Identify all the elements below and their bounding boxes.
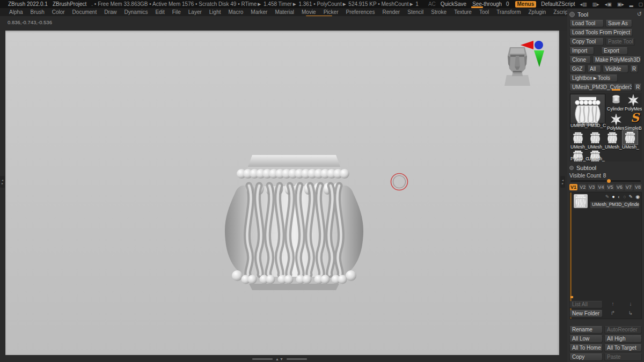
all-button[interactable]: All xyxy=(587,65,601,73)
load-tools-from-project-button[interactable]: Load Tools From Project xyxy=(569,29,633,36)
menu-texture[interactable]: Texture xyxy=(450,9,475,15)
export-button[interactable]: Export xyxy=(601,47,628,55)
tab-v6[interactable]: V6 xyxy=(616,184,624,190)
menu-layer[interactable]: Layer xyxy=(185,9,206,15)
tab-v3[interactable]: V3 xyxy=(588,184,596,190)
clone-button[interactable]: Clone xyxy=(569,56,591,64)
make-polymesh3d-button[interactable]: Make PolyMesh3D xyxy=(592,56,641,64)
menu-preferences[interactable]: Preferences xyxy=(342,9,378,15)
tool-item-vase-highlighted[interactable] xyxy=(622,130,638,145)
copy-tool-button[interactable]: Copy Tool xyxy=(569,38,604,46)
half-circle-icon[interactable]: ◐ xyxy=(618,194,620,200)
visible-count-slider[interactable] xyxy=(570,180,641,182)
new-folder-button[interactable]: New Folder xyxy=(569,310,603,317)
tab-v2[interactable]: V2 xyxy=(579,184,587,190)
tool-palette-header[interactable]: Tool ↺ xyxy=(569,10,642,18)
menu-alpha[interactable]: Alpha xyxy=(5,9,27,15)
refresh-icon[interactable]: ↺ xyxy=(637,11,642,18)
move-down-icon[interactable]: ↓ xyxy=(625,301,636,308)
menu-zplugin[interactable]: Zplugin xyxy=(525,9,550,15)
tab-v7[interactable]: V7 xyxy=(625,184,633,190)
menu-material[interactable]: Material xyxy=(271,9,298,15)
all-low-button[interactable]: All Low xyxy=(569,335,603,343)
tab-v8[interactable]: V8 xyxy=(634,184,642,190)
goz-button[interactable]: GoZ xyxy=(569,65,586,73)
menu-stroke[interactable]: Stroke xyxy=(427,9,450,15)
edit-pen-icon[interactable]: ✎ xyxy=(629,194,633,200)
load-tool-button[interactable]: Load Tool xyxy=(569,20,604,27)
tool-item-simplebrush[interactable]: S xyxy=(627,110,642,124)
menu-transform[interactable]: Transform xyxy=(493,9,524,15)
polypaint-brush-icon[interactable]: ✎ xyxy=(605,194,610,200)
gizmo-y-axis[interactable] xyxy=(534,50,544,67)
dock-window-left-icon[interactable]: ◂▣ xyxy=(605,2,612,7)
menu-light[interactable]: Light xyxy=(206,9,225,15)
viewport-canvas[interactable] xyxy=(5,31,559,355)
menu-edit[interactable]: Edit xyxy=(151,9,168,15)
minimize-icon[interactable]: ▂ xyxy=(630,2,633,7)
menu-macro[interactable]: Macro xyxy=(225,9,247,15)
tab-v4[interactable]: V4 xyxy=(597,184,605,190)
subtool-name[interactable]: UMesh_PM3D_Cylinder3D2_5 xyxy=(590,201,640,209)
subtool-item[interactable]: ✎ ● ◐ ○ ✎ ◉ UMesh_PM3D_Cylinder3D2_5 xyxy=(570,193,641,209)
rename-button[interactable]: Rename xyxy=(569,326,603,334)
restore-icon[interactable]: ▢ xyxy=(639,2,643,7)
visibility-eye-icon[interactable]: ◉ xyxy=(635,194,640,200)
quicksave-button[interactable]: QuickSave xyxy=(441,1,466,7)
slider-knob[interactable] xyxy=(607,179,611,183)
tab-v5[interactable]: V5 xyxy=(606,184,614,190)
gizmo-x-axis[interactable] xyxy=(521,41,533,49)
gizmo-z-axis[interactable] xyxy=(535,41,543,49)
info-strip: 0.836,-0.743,-0.536 xyxy=(0,16,644,31)
move-into-folder-icon[interactable]: ↳ xyxy=(625,310,636,317)
menu-marker[interactable]: Marker xyxy=(247,9,271,15)
tool-item-polymesh-star[interactable] xyxy=(626,93,641,106)
left-tray-handle[interactable]: ◂ ▸ xyxy=(0,176,5,188)
axis-gizmo[interactable] xyxy=(519,38,546,68)
import-button[interactable]: Import xyxy=(569,47,594,55)
tool-item-polymesh-star[interactable] xyxy=(609,113,624,125)
tool-r-button[interactable]: R xyxy=(634,84,642,91)
menu-movie[interactable]: Movie xyxy=(298,9,320,15)
dock-window-right-icon[interactable]: ▣▸ xyxy=(617,2,624,7)
menu-brush[interactable]: Brush xyxy=(27,9,48,15)
visible-button[interactable]: Visible xyxy=(603,65,628,73)
menu-dynamics[interactable]: Dynamics xyxy=(121,9,152,15)
menu-picker[interactable]: Picker xyxy=(320,9,342,15)
vase-3d-model[interactable] xyxy=(214,153,375,293)
default-zscript-button[interactable]: DefaultZScript xyxy=(541,1,575,7)
menu-file[interactable]: File xyxy=(169,9,185,15)
current-tool-button[interactable]: UMesh_PM3D_Cylinder3D2_5 xyxy=(569,84,632,91)
all-to-home-button[interactable]: All To Home xyxy=(569,344,603,352)
move-out-folder-icon[interactable]: ↱ xyxy=(608,310,618,317)
menu-tool[interactable]: Tool xyxy=(475,9,493,15)
menu-render[interactable]: Render xyxy=(378,9,404,15)
menu-color[interactable]: Color xyxy=(48,9,69,15)
tab-v1[interactable]: V1 xyxy=(569,184,577,190)
divider-arrows-icon[interactable]: ▲▼ xyxy=(275,357,284,361)
save-as-button[interactable]: Save As xyxy=(605,20,632,27)
move-up-icon[interactable]: ↑ xyxy=(608,301,618,308)
empty-circle-icon[interactable]: ○ xyxy=(623,194,626,200)
goz-r-button[interactable]: R xyxy=(630,65,638,73)
subtool-header[interactable]: Subtool xyxy=(569,164,642,172)
menu-draw[interactable]: Draw xyxy=(100,9,120,15)
copy-button[interactable]: Copy xyxy=(569,353,603,361)
lightbox-tools-button[interactable]: Lightbox►Tools xyxy=(569,75,618,82)
menu-stencil[interactable]: Stencil xyxy=(404,9,427,15)
subtool-thumbnail[interactable] xyxy=(574,194,588,208)
bottom-tray-divider[interactable]: ▲▼ xyxy=(252,356,317,361)
menus-toggle-button[interactable]: Menus xyxy=(515,1,537,8)
all-high-button[interactable]: All High xyxy=(604,335,642,343)
all-to-target-button[interactable]: All To Target xyxy=(604,344,642,352)
fill-circle-icon[interactable]: ● xyxy=(612,194,614,200)
tool-item-vase[interactable] xyxy=(570,131,586,144)
tray-collapse-right-icon[interactable]: ▥▸ xyxy=(592,2,599,7)
tool-item-vase[interactable] xyxy=(605,131,620,144)
tool-item-vase[interactable] xyxy=(588,131,603,144)
see-through-slider[interactable]: See-through 0 xyxy=(471,1,510,7)
right-tray-handle[interactable]: ◂ ▸ xyxy=(560,176,565,188)
tray-collapse-left-icon[interactable]: ◂▥ xyxy=(580,2,587,7)
tool-item-cylinder[interactable] xyxy=(609,93,624,106)
menu-document[interactable]: Document xyxy=(69,9,101,15)
